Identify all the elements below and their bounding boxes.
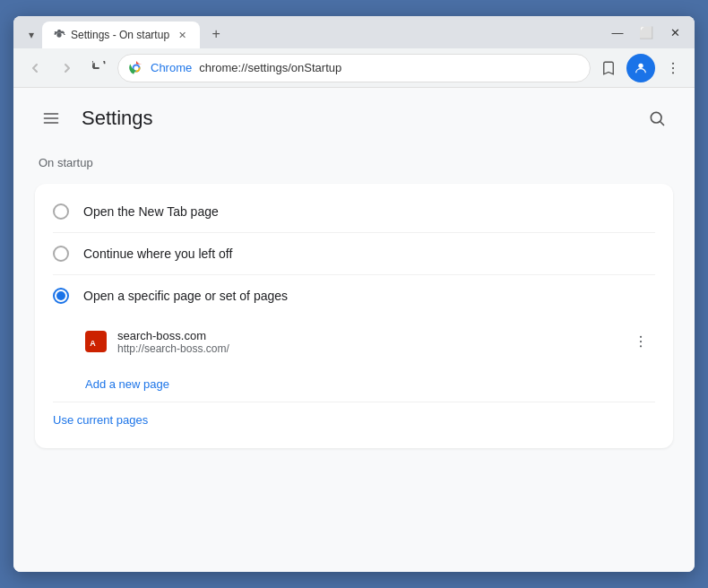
radio-option-specific[interactable]: Open a specific page or set of pages — [35, 275, 673, 316]
back-icon — [28, 61, 42, 75]
settings-card: Open the New Tab page Continue where you… — [35, 184, 673, 448]
minimize-btn[interactable]: — — [605, 20, 630, 45]
page-content: Settings On startup Open the New Tab pag… — [13, 88, 695, 572]
site-info: search-boss.com http://search-boss.com/ — [117, 329, 616, 355]
hamburger-btn[interactable] — [35, 102, 67, 134]
svg-point-2 — [134, 65, 139, 70]
new-tab-btn[interactable]: + — [203, 22, 229, 47]
ask-logo-icon: A — [88, 333, 104, 350]
svg-point-3 — [638, 63, 643, 67]
tab-favicon-icon — [53, 29, 65, 41]
svg-point-10 — [640, 336, 642, 338]
address-bar[interactable]: Chrome chrome://settings/onStartup — [117, 54, 591, 82]
radio-label-continue: Continue where you left off — [83, 246, 232, 261]
browser-window: ▾ Settings - On startup ✕ + — ⬜ ✕ — [13, 16, 695, 572]
radio-option-continue[interactable]: Continue where you left off — [35, 233, 673, 274]
hamburger-icon — [42, 109, 60, 127]
tab-close-btn[interactable]: ✕ — [175, 28, 189, 42]
bookmark-btn[interactable] — [594, 54, 623, 82]
tab-title: Settings - On startup — [71, 29, 169, 41]
site-favicon-icon: A — [85, 331, 107, 352]
radio-circle-continue — [53, 246, 69, 262]
back-btn[interactable] — [21, 54, 49, 82]
svg-point-12 — [640, 345, 642, 347]
tab-strip: ▾ Settings - On startup ✕ + — [21, 22, 605, 48]
settings-title-group: Settings — [35, 102, 153, 134]
site-url: http://search-boss.com/ — [117, 342, 616, 355]
svg-point-11 — [640, 341, 642, 342]
bookmark-icon — [600, 60, 617, 76]
radio-circle-specific — [53, 288, 69, 304]
window-controls: — ⬜ ✕ — [605, 20, 687, 45]
site-name: search-boss.com — [117, 329, 616, 342]
svg-point-4 — [672, 62, 674, 64]
address-brand: Chrome — [151, 61, 192, 74]
section-label: On startup — [39, 156, 673, 169]
svg-point-5 — [672, 66, 674, 68]
forward-btn[interactable] — [53, 54, 82, 82]
dots-vertical-icon — [665, 60, 681, 76]
radio-circle-new-tab — [53, 203, 69, 220]
saved-page-item: A search-boss.com http://search-boss.com… — [35, 316, 673, 367]
page-options-btn[interactable] — [626, 327, 655, 356]
settings-search-btn[interactable] — [641, 102, 673, 134]
address-url: chrome://settings/onStartup — [199, 61, 579, 74]
radio-option-new-tab[interactable]: Open the New Tab page — [35, 191, 673, 232]
settings-header: Settings — [35, 102, 673, 134]
refresh-btn[interactable] — [85, 54, 114, 82]
profile-icon — [634, 61, 648, 75]
add-new-page-link[interactable]: Add a new page — [35, 367, 673, 402]
toolbar: Chrome chrome://settings/onStartup — [13, 48, 695, 88]
radio-inner-specific — [56, 291, 65, 300]
settings-page-title: Settings — [82, 107, 153, 130]
active-tab[interactable]: Settings - On startup ✕ — [42, 22, 200, 48]
tab-dropdown-btn[interactable]: ▾ — [21, 24, 42, 46]
title-bar: ▾ Settings - On startup ✕ + — ⬜ ✕ — [13, 16, 695, 48]
search-icon — [648, 109, 666, 127]
chrome-logo-icon — [129, 61, 143, 75]
maximize-btn[interactable]: ⬜ — [634, 20, 659, 45]
forward-icon — [60, 61, 74, 75]
svg-text:A: A — [90, 339, 96, 348]
refresh-icon — [92, 61, 107, 75]
svg-point-6 — [672, 72, 674, 74]
radio-label-new-tab: Open the New Tab page — [83, 204, 219, 219]
use-current-pages-link[interactable]: Use current pages — [35, 402, 673, 441]
three-dot-icon — [633, 333, 649, 350]
radio-label-specific: Open a specific page or set of pages — [83, 289, 288, 303]
browser-menu-btn[interactable] — [659, 54, 687, 82]
close-btn[interactable]: ✕ — [662, 20, 687, 45]
profile-btn[interactable] — [626, 54, 655, 82]
